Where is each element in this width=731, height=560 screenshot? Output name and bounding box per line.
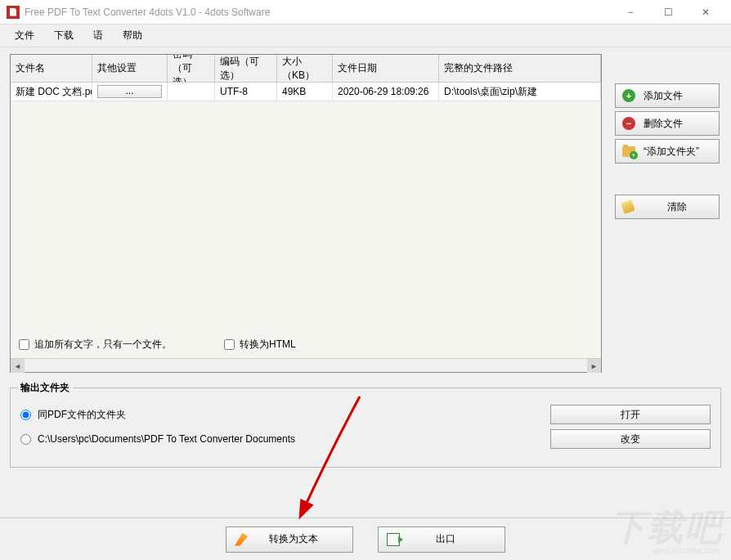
plus-icon: + [622, 89, 635, 102]
menu-download[interactable]: 下载 [46, 25, 82, 46]
cell-password[interactable] [168, 83, 215, 101]
minus-icon: − [622, 117, 635, 130]
change-button[interactable]: 改变 [550, 429, 711, 449]
exit-label: 出口 [436, 532, 455, 546]
tohtml-checkbox[interactable] [224, 339, 235, 350]
append-label: 追加所有文字，只有一个文件。 [34, 338, 172, 352]
output-folder-group: 输出文件夹 同PDF文件的文件夹 打开 C:\Users\pc\Document… [10, 388, 721, 468]
horizontal-scrollbar[interactable]: ◄ ► [11, 358, 601, 372]
maximize-button[interactable]: ☐ [649, 0, 687, 25]
folder-plus-icon [622, 146, 635, 157]
clear-label: 清除 [642, 200, 712, 214]
radio-custom-label: C:\Users\pc\Documents\PDF To Text Conver… [38, 433, 295, 445]
output-group-title: 输出文件夹 [17, 381, 73, 395]
delete-file-button[interactable]: − 删除文件 [615, 111, 720, 136]
col-encoding[interactable]: 编码（可选） [215, 55, 277, 83]
sidebar: + 添加文件 − 删除文件 “添加文件夹” 清除 [615, 54, 721, 373]
col-date[interactable]: 文件日期 [333, 55, 439, 83]
menu-language[interactable]: 语 [85, 25, 111, 46]
add-folder-button[interactable]: “添加文件夹” [615, 139, 720, 164]
clear-button[interactable]: 清除 [615, 195, 720, 219]
radio-custom-folder-wrap[interactable]: C:\Users\pc\Documents\PDF To Text Conver… [20, 433, 295, 445]
convert-icon [235, 533, 248, 546]
convert-label: 转换为文本 [269, 532, 318, 546]
col-path[interactable]: 完整的文件路径 [439, 55, 601, 83]
radio-same-folder-wrap[interactable]: 同PDF文件的文件夹 [20, 408, 126, 422]
tohtml-checkbox-wrap[interactable]: 转换为HTML [224, 338, 296, 352]
col-password[interactable]: 密码（可选） [168, 55, 215, 83]
convert-button[interactable]: 转换为文本 [226, 526, 353, 553]
cell-filename: 新建 DOC 文档.pdf [11, 83, 92, 101]
app-icon [7, 6, 20, 19]
close-button[interactable]: ✕ [687, 0, 724, 25]
tohtml-label: 转换为HTML [240, 338, 296, 352]
table-header-row: 文件名 其他设置 密码（可选） 编码（可选） 大小（KB） 文件日期 完整的文件… [11, 55, 601, 83]
radio-same-label: 同PDF文件的文件夹 [38, 408, 126, 422]
options-row: 追加所有文字，只有一个文件。 转换为HTML [11, 331, 601, 358]
bottom-bar: 转换为文本 出口 [0, 517, 731, 560]
append-checkbox[interactable] [19, 339, 29, 350]
window-title: Free PDF To Text Converter 4dots V1.0 - … [25, 7, 612, 18]
open-button[interactable]: 打开 [550, 405, 711, 424]
cell-other: ... [92, 83, 168, 101]
append-checkbox-wrap[interactable]: 追加所有文字，只有一个文件。 [19, 338, 172, 352]
other-settings-button[interactable]: ... [97, 85, 162, 98]
col-filename[interactable]: 文件名 [11, 55, 92, 83]
radio-custom-folder[interactable] [20, 434, 31, 445]
cell-size: 49KB [277, 83, 333, 101]
add-folder-label: “添加文件夹” [644, 145, 699, 159]
exit-button[interactable]: 出口 [378, 526, 505, 553]
add-file-label: 添加文件 [644, 89, 683, 103]
file-table: 文件名 其他设置 密码（可选） 编码（可选） 大小（KB） 文件日期 完整的文件… [10, 54, 602, 373]
minimize-button[interactable]: − [612, 0, 649, 25]
delete-file-label: 删除文件 [644, 117, 683, 131]
cell-date: 2020-06-29 18:09:26 [333, 83, 439, 101]
cell-encoding[interactable]: UTF-8 [215, 83, 277, 101]
cell-path: D:\tools\桌面\zip\新建 [439, 83, 601, 101]
col-size[interactable]: 大小（KB） [277, 55, 333, 83]
menubar: 文件 下载 语 帮助 [0, 25, 731, 47]
menu-file[interactable]: 文件 [7, 25, 43, 46]
scroll-left-icon[interactable]: ◄ [11, 359, 25, 373]
add-file-button[interactable]: + 添加文件 [615, 83, 720, 108]
radio-same-folder[interactable] [20, 410, 31, 420]
scroll-right-icon[interactable]: ► [587, 359, 601, 373]
exit-icon [387, 533, 400, 546]
eraser-icon [621, 199, 635, 214]
col-other[interactable]: 其他设置 [92, 55, 168, 83]
table-body-empty [11, 101, 601, 331]
table-row[interactable]: 新建 DOC 文档.pdf ... UTF-8 49KB 2020-06-29 … [11, 83, 601, 101]
menu-help[interactable]: 帮助 [114, 25, 150, 46]
titlebar: Free PDF To Text Converter 4dots V1.0 - … [0, 0, 731, 25]
